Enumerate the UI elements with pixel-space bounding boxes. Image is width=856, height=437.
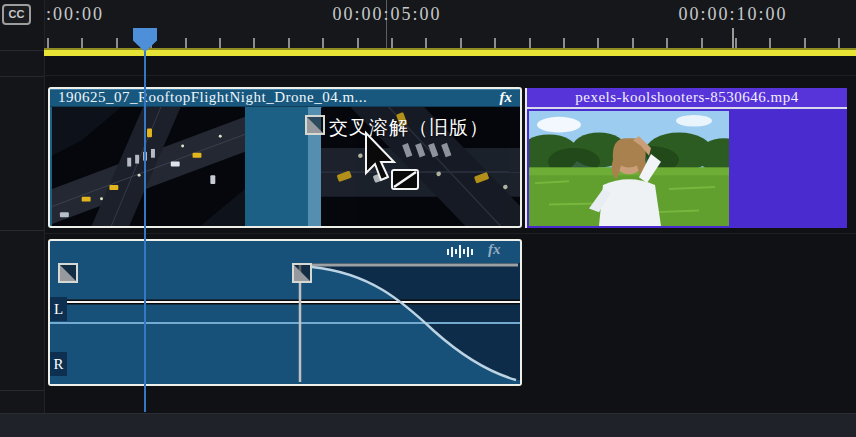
channel-label-left: L xyxy=(50,297,67,321)
timeline-bottom-bar xyxy=(0,413,856,437)
audio-clip-body xyxy=(50,261,520,384)
channel-label-right: R xyxy=(50,352,67,376)
track-divider xyxy=(44,233,856,234)
fx-badge-icon[interactable]: fx xyxy=(488,241,501,258)
closed-captions-badge[interactable]: CC xyxy=(2,4,31,25)
timecode-label-10s: 00:00:10:00 xyxy=(678,4,787,25)
clip-thumbnail-city-night xyxy=(52,107,245,226)
track-header-gutter xyxy=(0,0,45,437)
fx-badge-icon[interactable]: fx xyxy=(500,89,513,106)
video-clip-drone[interactable]: 190625_07_RooftopFlightNight_Drone_04.m.… xyxy=(48,87,522,228)
video-clip-pexels[interactable]: pexels-koolshooters-8530646.mp4 xyxy=(525,88,847,228)
audio-clip-header: fx xyxy=(50,241,520,261)
clip-title: pexels-koolshooters-8530646.mp4 xyxy=(575,89,798,106)
timecode-label-0: :00:00 xyxy=(46,4,104,25)
transition-handle-icon[interactable] xyxy=(305,115,325,135)
timeline-panel: :00:00 00:00:05:00 00:00:10:00 CC 190625… xyxy=(0,0,856,437)
audio-fade-handle-left[interactable] xyxy=(58,263,78,283)
clip-body: 交叉溶解（旧版） xyxy=(50,107,520,226)
clip-title: 190625_07_RooftopFlightNight_Drone_04.m.… xyxy=(58,89,500,106)
mouse-cursor-icon xyxy=(362,130,424,196)
playhead-line[interactable] xyxy=(144,30,146,412)
clip-title-bar[interactable]: 190625_07_RooftopFlightNight_Drone_04.m.… xyxy=(50,89,520,107)
waveform-icon xyxy=(447,245,473,258)
audio-fade-handle-cut[interactable] xyxy=(292,263,312,283)
clip-title-bar[interactable]: pexels-koolshooters-8530646.mp4 xyxy=(527,88,847,109)
timecode-label-5s: 00:00:05:00 xyxy=(332,4,441,25)
work-area-bar[interactable] xyxy=(44,48,856,56)
track-divider xyxy=(44,75,856,76)
clip-thumbnail-woman-field xyxy=(529,111,729,226)
audio-clip-drone[interactable]: fx L R xyxy=(48,239,522,386)
